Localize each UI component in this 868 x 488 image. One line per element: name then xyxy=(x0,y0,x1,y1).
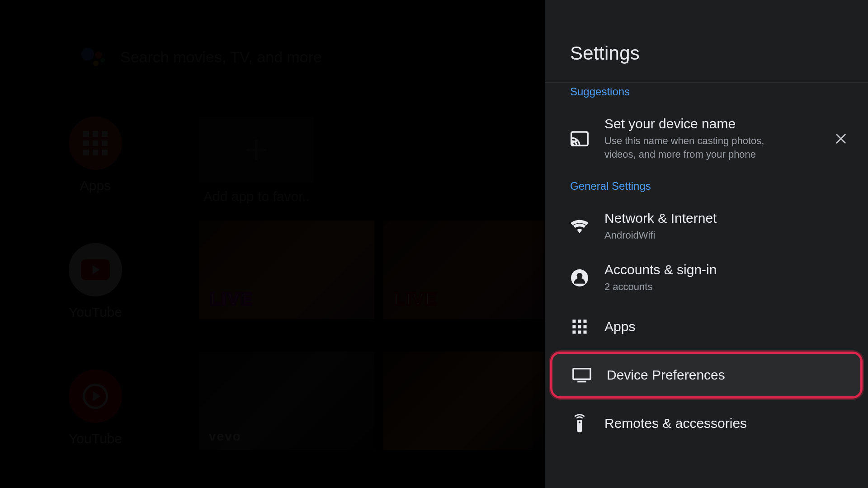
panel-header: Settings xyxy=(545,0,868,83)
settings-item-subtitle: AndroidWifi xyxy=(604,229,717,242)
settings-item-title: Network & Internet xyxy=(604,211,717,226)
dismiss-suggestion-button[interactable] xyxy=(835,132,847,145)
settings-item-apps[interactable]: Apps xyxy=(545,304,868,350)
apps-icon xyxy=(570,317,589,336)
account-icon xyxy=(570,268,589,287)
wifi-icon xyxy=(570,217,589,236)
remote-icon xyxy=(570,414,589,433)
settings-item-title: Accounts & sign-in xyxy=(604,262,717,277)
tv-icon xyxy=(572,366,591,385)
settings-item-title: Remotes & accessories xyxy=(604,416,747,431)
svg-rect-13 xyxy=(573,369,590,380)
section-suggestions-label: Suggestions xyxy=(545,83,868,106)
svg-rect-4 xyxy=(572,319,576,323)
svg-rect-8 xyxy=(578,325,581,328)
svg-rect-12 xyxy=(584,330,587,333)
svg-point-3 xyxy=(577,273,583,279)
svg-rect-5 xyxy=(578,319,581,323)
settings-item-accounts[interactable]: Accounts & sign-in 2 accounts xyxy=(545,252,868,304)
svg-rect-7 xyxy=(572,325,576,328)
svg-rect-11 xyxy=(578,330,581,333)
settings-item-title: Device Preferences xyxy=(607,367,725,383)
settings-item-title: Apps xyxy=(604,319,635,334)
settings-panel: Settings Suggestions Set xyxy=(545,0,868,488)
svg-rect-9 xyxy=(584,325,587,328)
suggestion-title: Set your device name xyxy=(604,116,794,131)
settings-item-subtitle: 2 accounts xyxy=(604,280,717,294)
section-general-label: General Settings xyxy=(545,171,868,201)
svg-rect-10 xyxy=(572,330,576,333)
settings-item-remotes[interactable]: Remotes & accessories xyxy=(545,400,868,446)
settings-item-network[interactable]: Network & Internet AndroidWifi xyxy=(545,201,868,252)
settings-item-device-preferences[interactable]: Device Preferences xyxy=(550,352,863,399)
cast-icon xyxy=(570,129,589,148)
svg-rect-6 xyxy=(584,319,587,323)
svg-point-16 xyxy=(579,421,580,423)
suggestion-subtitle: Use this name when casting photos, video… xyxy=(604,134,794,161)
panel-title: Settings xyxy=(570,42,868,64)
svg-point-1 xyxy=(572,144,574,146)
suggestion-set-device-name[interactable]: Set your device name Use this name when … xyxy=(545,106,868,171)
